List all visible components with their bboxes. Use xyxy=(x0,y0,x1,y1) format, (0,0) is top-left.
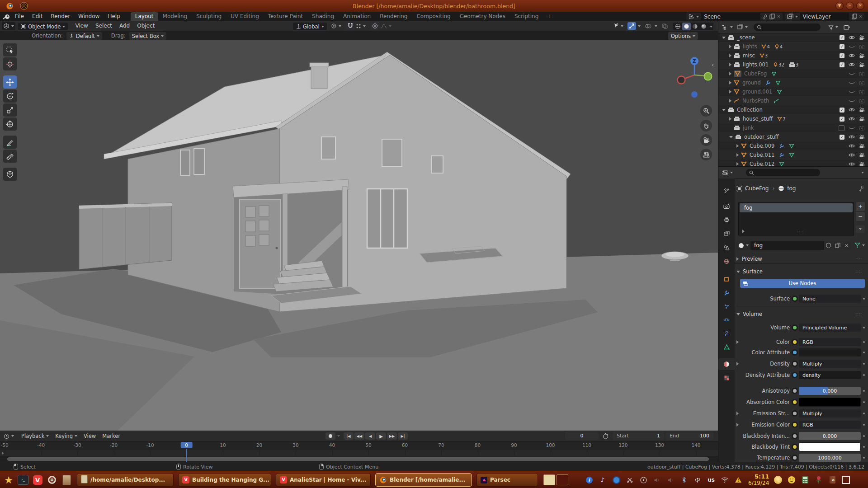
frame-end-field[interactable]: End100 xyxy=(665,432,713,440)
frame-start-field[interactable]: Start1 xyxy=(613,432,664,440)
tray-usb-icon[interactable] xyxy=(693,475,702,484)
launcher-vivaldi-icon[interactable]: V xyxy=(32,474,43,486)
outliner-item-label[interactable]: ground.001 xyxy=(742,89,772,95)
outliner-item-label[interactable]: lights.001 xyxy=(743,61,769,68)
decorator-dot[interactable] xyxy=(863,413,865,414)
decorator-dot[interactable] xyxy=(863,298,865,300)
scene-browse-icon[interactable] xyxy=(688,14,694,19)
window-minimize-button[interactable]: – xyxy=(846,2,854,10)
check-icon[interactable]: ✓ xyxy=(840,35,844,40)
decorator-dot[interactable] xyxy=(863,327,865,328)
eye-closed-icon[interactable] xyxy=(849,99,855,103)
volume-panel-header[interactable]: Volume:::: xyxy=(736,310,865,319)
expander-icon[interactable] xyxy=(722,37,726,39)
camera-icon[interactable] xyxy=(859,62,865,67)
tray-music-icon[interactable]: ♪ xyxy=(598,475,607,484)
decorator-dot[interactable] xyxy=(863,341,865,343)
taskbar-smiley-icon[interactable] xyxy=(787,475,796,484)
editor-type-button[interactable] xyxy=(2,22,15,30)
decorator-dot[interactable] xyxy=(863,457,865,459)
properties-tab-texture[interactable] xyxy=(718,372,735,384)
eye-icon[interactable] xyxy=(849,108,855,112)
breadcrumb-material[interactable]: fog xyxy=(787,185,796,192)
outliner-editor-icon[interactable] xyxy=(721,23,734,31)
taskbar-lamp-icon[interactable] xyxy=(774,475,783,484)
properties-editor-icon[interactable] xyxy=(721,169,734,177)
camera-icon[interactable] xyxy=(859,35,865,40)
outliner-item-label[interactable]: misc xyxy=(743,52,755,59)
camera-icon[interactable] xyxy=(859,162,865,167)
check-icon[interactable]: ✓ xyxy=(840,108,844,113)
outliner-row-Cube.009[interactable]: Cube.009 xyxy=(718,141,868,150)
viewlayer-name[interactable]: ViewLayer xyxy=(800,13,849,20)
outliner-item-label[interactable]: house_stuff xyxy=(743,116,773,122)
tray-bluedot-icon[interactable] xyxy=(612,475,621,484)
material-browse-button[interactable] xyxy=(736,241,750,250)
properties-tab-scene[interactable] xyxy=(718,242,735,253)
property-value-sld[interactable]: 0.000 xyxy=(799,432,861,440)
camera-x-icon[interactable] xyxy=(859,89,865,94)
preview-panel-header[interactable]: Preview:::: xyxy=(736,254,865,263)
shading-wireframe-icon[interactable] xyxy=(674,23,682,30)
timeline-ruler[interactable]: -50-40-30-20-100102030405060708090100110… xyxy=(0,441,718,450)
property-value-fld[interactable] xyxy=(799,348,861,357)
slot-link-icon[interactable] xyxy=(854,243,865,248)
eye-icon[interactable] xyxy=(849,135,855,139)
taskbar-window-1[interactable]: /home/amalie/Desktop... xyxy=(77,473,174,487)
outliner-item-label[interactable]: ground xyxy=(742,80,761,86)
shading-dropdown[interactable] xyxy=(710,26,712,28)
next-keyframe-button[interactable]: ▶▶ xyxy=(387,432,397,440)
timeline-scrollbar[interactable] xyxy=(0,456,718,462)
check-empty-icon[interactable] xyxy=(839,125,844,131)
tray-warning-icon[interactable]: ! xyxy=(734,475,743,484)
new-workspace-button[interactable]: + xyxy=(543,12,557,21)
outliner-item-label[interactable]: Cube.012 xyxy=(750,161,774,166)
eye-closed-icon[interactable] xyxy=(849,89,855,94)
tray-bluetooth-icon[interactable] xyxy=(679,475,689,484)
scene-new-icon[interactable] xyxy=(769,14,775,19)
expander-icon[interactable] xyxy=(729,54,731,57)
gizmos-toggle-icon[interactable] xyxy=(627,22,636,30)
autokey-record-button[interactable] xyxy=(326,432,335,440)
properties-search-input[interactable] xyxy=(746,169,820,176)
camera-icon[interactable] xyxy=(859,153,865,158)
taskbar-rose-icon[interactable] xyxy=(814,475,823,484)
camera-x-icon[interactable] xyxy=(859,80,865,85)
decorator-dot[interactable] xyxy=(863,352,865,353)
camera-x-icon[interactable] xyxy=(859,126,865,131)
outliner-item-label[interactable]: _scene xyxy=(737,34,755,41)
tool-rotate-button[interactable] xyxy=(3,89,17,103)
property-value-dd[interactable]: RGB xyxy=(799,421,861,429)
camera-view-icon[interactable] xyxy=(700,134,712,146)
properties-options-dropdown[interactable] xyxy=(861,172,864,174)
property-value-col[interactable] xyxy=(799,398,861,407)
previous-keyframe-button[interactable]: ◀◀ xyxy=(354,432,364,440)
outliner-row-lights[interactable]: lights44✓ xyxy=(718,42,868,51)
eye-icon[interactable] xyxy=(849,153,855,157)
timeline-track-area[interactable] xyxy=(0,450,718,456)
viewport-menu-view[interactable]: View xyxy=(71,21,91,31)
new-collection-icon[interactable] xyxy=(842,23,851,31)
tray-speaker-icon[interactable] xyxy=(652,475,661,484)
drag-dropdown[interactable]: Select Box xyxy=(129,32,167,40)
expander-icon[interactable] xyxy=(729,117,731,121)
taskbar-wsquare-icon[interactable] xyxy=(841,475,850,484)
options-button[interactable]: Options xyxy=(668,32,698,40)
viewport-menu-select[interactable]: Select xyxy=(92,21,116,31)
current-frame-field[interactable]: 0 xyxy=(565,432,599,440)
menu-window[interactable]: Window xyxy=(74,12,104,21)
timeline-editor-icon[interactable] xyxy=(2,432,15,440)
tab-texture-paint[interactable]: Texture Paint xyxy=(264,12,307,21)
tab-compositing[interactable]: Compositing xyxy=(412,12,455,21)
material-slot-item[interactable]: fog xyxy=(740,203,853,212)
slot-list-grip[interactable]: :::: xyxy=(797,230,804,234)
menu-help[interactable]: Help xyxy=(104,12,124,21)
camera-icon[interactable] xyxy=(859,135,865,140)
expander-icon[interactable] xyxy=(736,153,739,157)
viewlayer-new-icon[interactable] xyxy=(852,14,857,19)
tray-playc-icon[interactable] xyxy=(639,475,648,484)
falloff-curve-icon[interactable] xyxy=(379,22,393,30)
unlink-material-icon[interactable]: ✕ xyxy=(843,241,851,250)
timeline-menu-view[interactable]: View xyxy=(80,432,99,441)
shading-solid-icon[interactable] xyxy=(682,23,691,30)
